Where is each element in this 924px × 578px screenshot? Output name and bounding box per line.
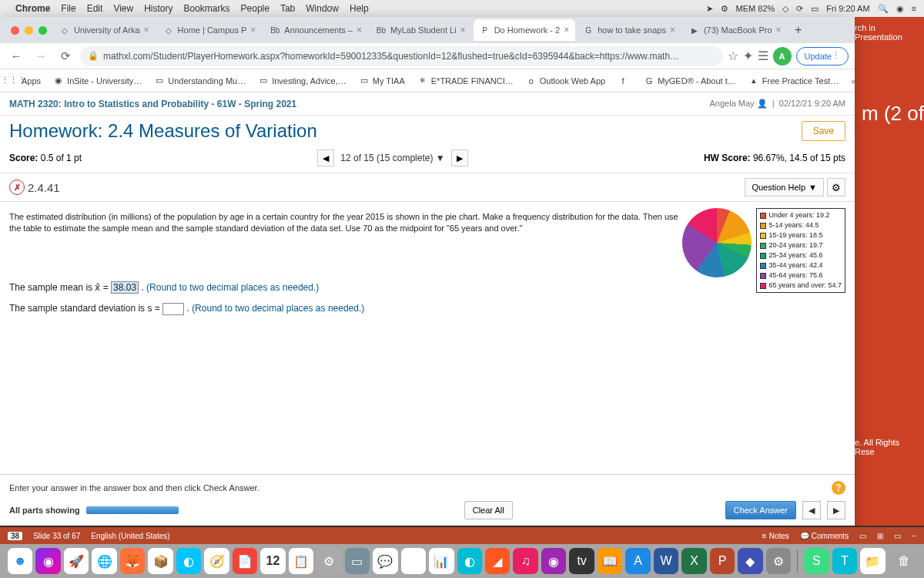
menu-file[interactable]: File (61, 3, 75, 14)
reload-button[interactable]: ⟳ (55, 46, 75, 66)
menu-bookmarks[interactable]: Bookmarks (184, 3, 230, 14)
tab-close-icon[interactable]: × (670, 25, 675, 35)
notes-button[interactable]: ≡ Notes (762, 532, 789, 540)
dock-app12[interactable]: 📁 (860, 548, 885, 574)
bookmark-item[interactable]: ◉InSite - University… (53, 76, 142, 86)
browser-tab[interactable]: ◇University of Arka× (53, 19, 156, 41)
prev-question-button[interactable]: ◀ (317, 150, 334, 166)
menu-app-name[interactable]: Chrome (15, 3, 50, 14)
clock[interactable]: Fri 9:20 AM (826, 4, 869, 13)
help-icon[interactable]: ? (832, 481, 845, 495)
browser-tab[interactable]: BbMyLab Student Li× (370, 19, 472, 41)
minimize-window-button[interactable] (25, 26, 33, 35)
language[interactable]: English (United States) (91, 532, 169, 540)
forward-button[interactable]: → (31, 46, 51, 66)
dock-firefox[interactable]: 🦊 (120, 548, 145, 574)
bookmark-item[interactable]: ▴Free Practice Test… (748, 76, 839, 86)
dock-music[interactable]: ♫ (513, 548, 537, 574)
dock-numbers[interactable]: 📊 (429, 548, 454, 574)
zoom-out-icon[interactable]: − (912, 532, 916, 540)
menu-tab[interactable]: Tab (280, 3, 295, 14)
dock-reminders[interactable]: 📋 (289, 548, 313, 574)
menu-help[interactable]: Help (350, 3, 369, 14)
spotlight-icon[interactable]: 🔍 (878, 4, 889, 14)
back-button[interactable]: ← (6, 46, 26, 66)
browser-tab[interactable]: ▶(73) MacBook Pro× (683, 19, 788, 41)
dock-app1[interactable]: 📦 (148, 548, 172, 574)
bookmark-item[interactable]: f (618, 76, 631, 86)
dock-app4[interactable]: ▭ (345, 548, 370, 574)
bookmark-item[interactable]: GMyGED® - About t… (644, 76, 736, 86)
dock-app6[interactable]: ✏ (401, 548, 426, 574)
browser-tab[interactable]: BbAnnouncements –× (263, 19, 368, 41)
sync-icon[interactable]: ⟳ (796, 4, 803, 14)
tab-close-icon[interactable]: × (357, 25, 362, 35)
tab-close-icon[interactable]: × (144, 25, 149, 35)
bookmark-item[interactable]: ⋮⋮⋮Apps (8, 76, 41, 86)
dock-app7[interactable]: ◐ (457, 548, 482, 574)
footer-next-button[interactable]: ▶ (827, 501, 845, 519)
dock-pdf[interactable]: 📄 (233, 548, 257, 574)
dock-app11[interactable]: T (832, 548, 857, 574)
siri-icon[interactable]: ◉ (896, 4, 904, 14)
tab-close-icon[interactable]: × (250, 25, 256, 35)
view-normal-icon[interactable]: ▭ (859, 532, 866, 540)
url-field[interactable]: 🔒 mathxl.com/Student/PlayerHomework.aspx… (80, 46, 723, 66)
fan-icon[interactable]: ⚙ (721, 4, 728, 14)
bookmarks-overflow[interactable]: » (851, 76, 855, 86)
list-icon[interactable]: ≡ (912, 4, 916, 13)
view-reading-icon[interactable]: ▭ (894, 532, 901, 540)
bookmark-item[interactable]: ▭My TIAA (359, 76, 405, 86)
bookmark-item[interactable]: ▭Understanding Mu… (154, 76, 246, 86)
dock-app2[interactable]: ◐ (176, 548, 201, 574)
menu-edit[interactable]: Edit (87, 3, 103, 14)
dock-tv[interactable]: tv (569, 548, 594, 574)
dock-trash[interactable]: 🗑 (892, 548, 916, 574)
menu-window[interactable]: Window (306, 3, 339, 14)
comments-button[interactable]: 💬 Comments (800, 532, 849, 540)
dock-siri[interactable]: ◉ (35, 548, 60, 574)
maximize-window-button[interactable] (38, 26, 47, 35)
tab-close-icon[interactable]: × (776, 25, 782, 35)
dock-launchpad[interactable]: 🚀 (64, 548, 89, 574)
tab-close-icon[interactable]: × (460, 25, 466, 35)
dock-calendar[interactable]: 12 (260, 548, 285, 574)
slide-counter[interactable]: Slide 33 of 67 (33, 532, 80, 540)
tab-close-icon[interactable]: × (564, 25, 569, 35)
dock-app3[interactable]: ⚙ (316, 548, 341, 574)
progress-text[interactable]: 12 of 15 (15 complete) ▼ (340, 153, 444, 163)
mem-status[interactable]: MEM 82% (736, 4, 775, 13)
browser-tab[interactable]: Ghow to take snaps× (577, 19, 681, 41)
bookmark-item[interactable]: oOutlook Web App (526, 76, 605, 86)
dock-safari[interactable]: 🧭 (204, 548, 229, 574)
dock-powerpoint[interactable]: P (710, 548, 735, 574)
next-question-button[interactable]: ▶ (451, 150, 468, 166)
dock-appstore[interactable]: A (625, 548, 650, 574)
dock-preferences[interactable]: ⚙ (766, 548, 791, 574)
sd-answer-field[interactable] (162, 303, 184, 315)
bookmark-item[interactable]: ✳E*TRADE FINANCI… (417, 76, 514, 86)
profile-avatar[interactable]: A (773, 47, 792, 66)
battery-icon[interactable]: ▭ (811, 4, 819, 14)
save-button[interactable]: Save (802, 121, 845, 141)
mean-answer-field[interactable]: 38.03 (111, 281, 139, 294)
dock-finder[interactable]: ☻ (8, 548, 32, 574)
dock-chrome[interactable]: 🌐 (92, 548, 116, 574)
dock-app5[interactable]: 💬 (373, 548, 397, 574)
dropbox-icon[interactable]: ◇ (782, 4, 788, 14)
dock-app8[interactable]: ◢ (485, 548, 510, 574)
footer-prev-button[interactable]: ◀ (802, 501, 821, 519)
check-answer-button[interactable]: Check Answer (725, 501, 796, 519)
new-tab-button[interactable]: + (789, 21, 808, 39)
update-button[interactable]: Update ⋮ (796, 47, 849, 66)
dock-word[interactable]: W (654, 548, 678, 574)
bookmark-item[interactable]: ▭Investing, Advice,… (258, 76, 346, 86)
extensions-icon[interactable]: ✦ (743, 49, 753, 63)
menu-view[interactable]: View (113, 3, 133, 14)
question-help-button[interactable]: Question Help ▼ (745, 178, 824, 197)
browser-tab[interactable]: ◇Home | Campus P× (157, 19, 263, 41)
dock-books[interactable]: 📖 (598, 548, 622, 574)
dock-podcasts[interactable]: ◉ (541, 548, 566, 574)
dock-excel[interactable]: X (681, 548, 706, 574)
dock-app9[interactable]: ◆ (738, 548, 762, 574)
